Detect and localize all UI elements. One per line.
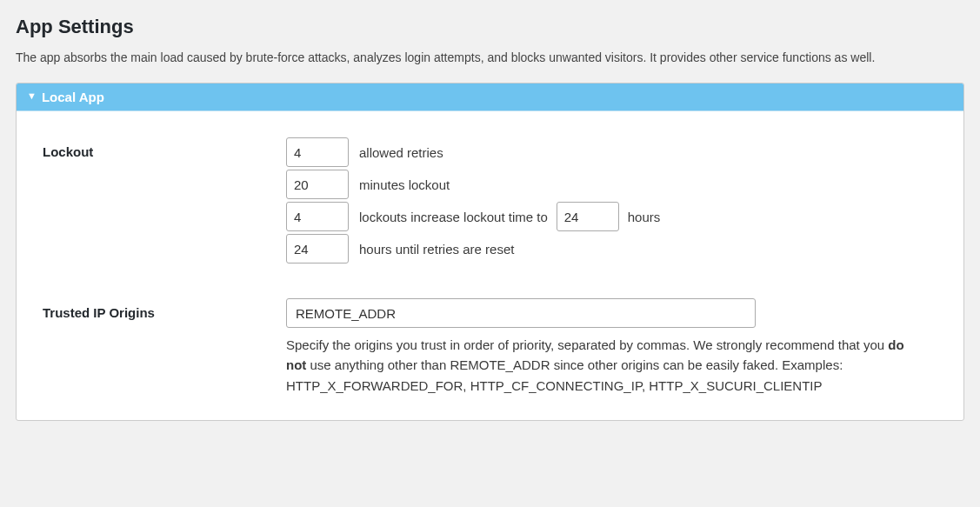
lockout-fields: allowed retries minutes lockout lockouts… — [286, 137, 937, 264]
increase-text-pre: lockouts increase lockout time to — [359, 210, 548, 224]
reset-hours-text: hours until retries are reset — [359, 242, 514, 257]
increase-lockout-line: lockouts increase lockout time to hours — [286, 202, 937, 231]
allowed-retries-text: allowed retries — [359, 145, 443, 160]
trusted-ip-label: Trusted IP Origins — [43, 298, 286, 320]
minutes-lockout-line: minutes lockout — [286, 170, 937, 199]
allowed-retries-input[interactable] — [286, 137, 349, 167]
trusted-ip-help: Specify the origins you trust in order o… — [286, 335, 912, 396]
trusted-ip-fields: Specify the origins you trust in order o… — [286, 298, 937, 396]
app-settings-page: App Settings The app absorbs the main lo… — [0, 0, 980, 437]
reset-hours-input[interactable] — [286, 234, 349, 264]
minutes-lockout-text: minutes lockout — [359, 177, 450, 192]
page-description: The app absorbs the main load caused by … — [16, 49, 963, 67]
increase-hours-input[interactable] — [557, 202, 619, 231]
lockout-row: Lockout allowed retries minutes lockout … — [43, 137, 937, 264]
minutes-lockout-input[interactable] — [286, 170, 349, 199]
panel-title: Local App — [42, 90, 104, 104]
local-app-panel: ▼ Local App Lockout allowed retries minu… — [16, 83, 964, 421]
page-title: App Settings — [16, 16, 964, 38]
help-pre: Specify the origins you trust in order o… — [286, 337, 888, 352]
reset-hours-line: hours until retries are reset — [286, 234, 937, 264]
local-app-panel-header[interactable]: ▼ Local App — [17, 83, 963, 111]
trusted-ip-input[interactable] — [286, 298, 756, 328]
lockout-label: Lockout — [43, 137, 286, 159]
panel-body: Lockout allowed retries minutes lockout … — [17, 111, 963, 420]
caret-down-icon: ▼ — [27, 91, 37, 101]
trusted-ip-row: Trusted IP Origins Specify the origins y… — [43, 298, 937, 396]
increase-count-input[interactable] — [286, 202, 349, 231]
help-post: use anything other than REMOTE_ADDR sinc… — [286, 357, 843, 392]
increase-text-post: hours — [628, 210, 661, 224]
allowed-retries-line: allowed retries — [286, 137, 937, 167]
